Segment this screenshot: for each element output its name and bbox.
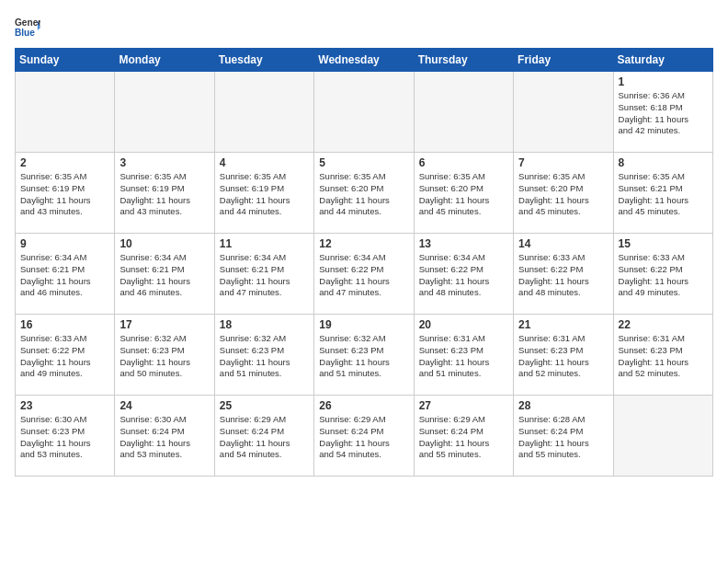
calendar-cell: 15Sunrise: 6:33 AM Sunset: 6:22 PM Dayli… (613, 234, 712, 315)
col-header-tuesday: Tuesday (214, 49, 313, 72)
page-header: General Blue (15, 15, 713, 40)
day-info: Sunrise: 6:31 AM Sunset: 6:23 PM Dayligh… (619, 333, 708, 380)
day-info: Sunrise: 6:33 AM Sunset: 6:22 PM Dayligh… (518, 252, 608, 299)
day-number: 25 (220, 399, 309, 412)
day-info: Sunrise: 6:35 AM Sunset: 6:20 PM Dayligh… (518, 171, 608, 218)
calendar-cell: 4Sunrise: 6:35 AM Sunset: 6:19 PM Daylig… (214, 153, 313, 234)
day-number: 15 (619, 237, 708, 250)
calendar-week-row: 2Sunrise: 6:35 AM Sunset: 6:19 PM Daylig… (16, 153, 713, 234)
calendar-cell: 5Sunrise: 6:35 AM Sunset: 6:20 PM Daylig… (314, 153, 414, 234)
day-info: Sunrise: 6:35 AM Sunset: 6:19 PM Dayligh… (220, 171, 309, 218)
day-info: Sunrise: 6:35 AM Sunset: 6:19 PM Dayligh… (119, 171, 209, 218)
logo-icon: General Blue (15, 15, 40, 40)
day-info: Sunrise: 6:35 AM Sunset: 6:20 PM Dayligh… (319, 171, 408, 218)
calendar-table: SundayMondayTuesdayWednesdayThursdayFrid… (15, 48, 713, 477)
calendar-cell (115, 72, 214, 153)
day-info: Sunrise: 6:31 AM Sunset: 6:23 PM Dayligh… (518, 333, 608, 380)
day-number: 4 (220, 156, 309, 169)
day-info: Sunrise: 6:36 AM Sunset: 6:18 PM Dayligh… (619, 90, 708, 137)
col-header-wednesday: Wednesday (314, 49, 414, 72)
day-info: Sunrise: 6:35 AM Sunset: 6:20 PM Dayligh… (419, 171, 508, 218)
day-number: 17 (119, 318, 209, 331)
day-number: 24 (119, 399, 209, 412)
day-number: 5 (319, 156, 408, 169)
day-number: 1 (619, 75, 708, 88)
calendar-cell: 7Sunrise: 6:35 AM Sunset: 6:20 PM Daylig… (514, 153, 613, 234)
day-info: Sunrise: 6:34 AM Sunset: 6:21 PM Dayligh… (119, 252, 209, 299)
calendar-cell: 12Sunrise: 6:34 AM Sunset: 6:22 PM Dayli… (314, 234, 414, 315)
calendar-week-row: 1Sunrise: 6:36 AM Sunset: 6:18 PM Daylig… (16, 72, 713, 153)
calendar-cell: 26Sunrise: 6:29 AM Sunset: 6:24 PM Dayli… (314, 396, 414, 477)
day-number: 26 (319, 399, 408, 412)
calendar-cell (314, 72, 414, 153)
calendar-cell: 11Sunrise: 6:34 AM Sunset: 6:21 PM Dayli… (214, 234, 313, 315)
day-info: Sunrise: 6:35 AM Sunset: 6:21 PM Dayligh… (619, 171, 708, 218)
day-info: Sunrise: 6:34 AM Sunset: 6:21 PM Dayligh… (220, 252, 309, 299)
day-number: 13 (419, 237, 508, 250)
calendar-cell: 8Sunrise: 6:35 AM Sunset: 6:21 PM Daylig… (613, 153, 712, 234)
calendar-cell: 14Sunrise: 6:33 AM Sunset: 6:22 PM Dayli… (514, 234, 613, 315)
col-header-monday: Monday (115, 49, 214, 72)
day-number: 28 (518, 399, 608, 412)
calendar-cell: 16Sunrise: 6:33 AM Sunset: 6:22 PM Dayli… (16, 315, 115, 396)
day-number: 23 (20, 399, 109, 412)
col-header-friday: Friday (514, 49, 613, 72)
calendar-week-row: 16Sunrise: 6:33 AM Sunset: 6:22 PM Dayli… (16, 315, 713, 396)
calendar-week-row: 23Sunrise: 6:30 AM Sunset: 6:23 PM Dayli… (16, 396, 713, 477)
calendar-cell: 20Sunrise: 6:31 AM Sunset: 6:23 PM Dayli… (414, 315, 513, 396)
day-number: 10 (119, 237, 209, 250)
calendar-cell: 10Sunrise: 6:34 AM Sunset: 6:21 PM Dayli… (115, 234, 214, 315)
calendar-cell: 17Sunrise: 6:32 AM Sunset: 6:23 PM Dayli… (115, 315, 214, 396)
day-info: Sunrise: 6:33 AM Sunset: 6:22 PM Dayligh… (619, 252, 708, 299)
day-number: 22 (619, 318, 708, 331)
calendar-cell: 19Sunrise: 6:32 AM Sunset: 6:23 PM Dayli… (314, 315, 414, 396)
calendar-cell (613, 396, 712, 477)
day-info: Sunrise: 6:33 AM Sunset: 6:22 PM Dayligh… (20, 333, 109, 380)
col-header-sunday: Sunday (16, 49, 115, 72)
day-info: Sunrise: 6:30 AM Sunset: 6:23 PM Dayligh… (20, 414, 109, 461)
day-number: 12 (319, 237, 408, 250)
day-info: Sunrise: 6:32 AM Sunset: 6:23 PM Dayligh… (119, 333, 209, 380)
calendar-cell: 3Sunrise: 6:35 AM Sunset: 6:19 PM Daylig… (115, 153, 214, 234)
day-number: 19 (319, 318, 408, 331)
calendar-header-row: SundayMondayTuesdayWednesdayThursdayFrid… (16, 49, 713, 72)
calendar-cell: 6Sunrise: 6:35 AM Sunset: 6:20 PM Daylig… (414, 153, 513, 234)
day-number: 14 (518, 237, 608, 250)
day-info: Sunrise: 6:35 AM Sunset: 6:19 PM Dayligh… (20, 171, 109, 218)
day-number: 9 (20, 237, 109, 250)
calendar-cell (214, 72, 313, 153)
calendar-week-row: 9Sunrise: 6:34 AM Sunset: 6:21 PM Daylig… (16, 234, 713, 315)
day-number: 11 (220, 237, 309, 250)
day-number: 20 (419, 318, 508, 331)
day-info: Sunrise: 6:34 AM Sunset: 6:22 PM Dayligh… (419, 252, 508, 299)
svg-text:General: General (15, 17, 40, 28)
day-info: Sunrise: 6:34 AM Sunset: 6:22 PM Dayligh… (319, 252, 408, 299)
calendar-cell: 22Sunrise: 6:31 AM Sunset: 6:23 PM Dayli… (613, 315, 712, 396)
calendar-cell: 25Sunrise: 6:29 AM Sunset: 6:24 PM Dayli… (214, 396, 313, 477)
calendar-cell: 24Sunrise: 6:30 AM Sunset: 6:24 PM Dayli… (115, 396, 214, 477)
day-info: Sunrise: 6:31 AM Sunset: 6:23 PM Dayligh… (419, 333, 508, 380)
col-header-thursday: Thursday (414, 49, 513, 72)
day-number: 7 (518, 156, 608, 169)
calendar-cell (514, 72, 613, 153)
day-number: 2 (20, 156, 109, 169)
logo: General Blue (15, 15, 46, 40)
calendar-cell: 9Sunrise: 6:34 AM Sunset: 6:21 PM Daylig… (16, 234, 115, 315)
day-number: 27 (419, 399, 508, 412)
day-info: Sunrise: 6:32 AM Sunset: 6:23 PM Dayligh… (319, 333, 408, 380)
day-info: Sunrise: 6:29 AM Sunset: 6:24 PM Dayligh… (220, 414, 309, 461)
day-number: 6 (419, 156, 508, 169)
calendar-cell (414, 72, 513, 153)
day-number: 8 (619, 156, 708, 169)
day-info: Sunrise: 6:30 AM Sunset: 6:24 PM Dayligh… (119, 414, 209, 461)
calendar-cell (16, 72, 115, 153)
day-number: 21 (518, 318, 608, 331)
calendar-cell: 27Sunrise: 6:29 AM Sunset: 6:24 PM Dayli… (414, 396, 513, 477)
calendar-cell: 1Sunrise: 6:36 AM Sunset: 6:18 PM Daylig… (613, 72, 712, 153)
svg-text:Blue: Blue (15, 28, 35, 38)
calendar-cell: 21Sunrise: 6:31 AM Sunset: 6:23 PM Dayli… (514, 315, 613, 396)
calendar-cell: 13Sunrise: 6:34 AM Sunset: 6:22 PM Dayli… (414, 234, 513, 315)
day-info: Sunrise: 6:28 AM Sunset: 6:24 PM Dayligh… (518, 414, 608, 461)
col-header-saturday: Saturday (613, 49, 712, 72)
day-number: 16 (20, 318, 109, 331)
